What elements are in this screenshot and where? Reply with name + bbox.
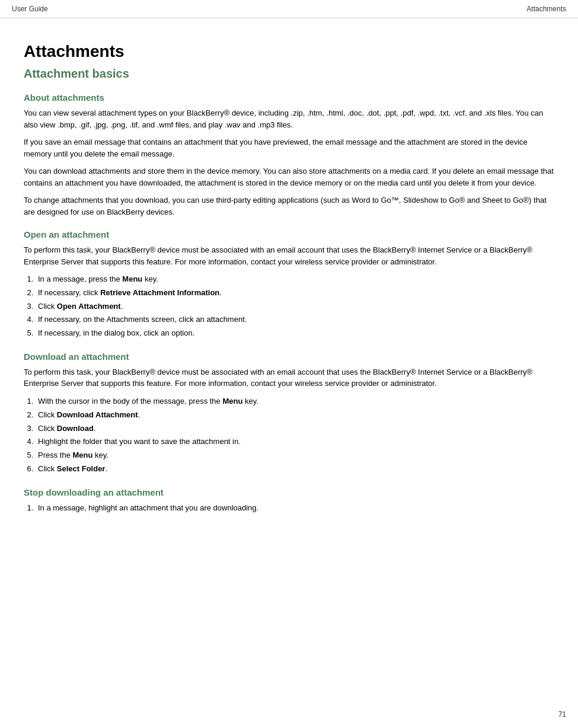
list-item: Click Download Attachment. [36, 409, 554, 422]
download-intro: To perform this task, your BlackBerry® d… [24, 366, 554, 389]
list-item: Click Select Folder. [36, 463, 554, 475]
bold-text: Open Attachment [57, 302, 121, 311]
list-item: Highlight the folder that you want to sa… [36, 436, 554, 448]
main-content: Attachments Attachment basics About atta… [0, 18, 578, 544]
list-item: In a message, press the Menu key. [36, 273, 554, 286]
bold-text: Menu [222, 397, 242, 405]
list-item: If necessary, in the dialog box, click a… [36, 327, 554, 340]
open-attachment-steps: In a message, press the Menu key. If nec… [36, 273, 554, 340]
subsection-title-open: Open an attachment [24, 229, 554, 240]
list-item: In a message, highlight an attachment th… [36, 502, 554, 515]
about-para-1: You can view several attachment types on… [24, 107, 554, 130]
list-item: With the cursor in the body of the messa… [36, 395, 554, 408]
bold-text: Menu [122, 274, 142, 283]
stop-download-steps: In a message, highlight an attachment th… [36, 502, 554, 515]
about-para-4: To change attachments that you download,… [24, 194, 554, 218]
section-title: Attachment basics [24, 67, 554, 81]
bold-text: Select Folder [57, 464, 106, 473]
subsection-title-download: Download an attachment [24, 352, 554, 362]
list-item: Click Download. [36, 423, 554, 435]
list-item: Click Open Attachment. [36, 301, 554, 313]
page-title: Attachments [24, 42, 554, 61]
bold-text: Download Attachment [57, 410, 138, 419]
header-left-label: User Guide [12, 5, 48, 13]
bold-text: Retrieve Attachment Information [100, 288, 219, 297]
header-right-label: Attachments [526, 5, 566, 13]
subsection-title-stop: Stop downloading an attachment [24, 487, 554, 497]
list-item: If necessary, on the Attachments screen,… [36, 314, 554, 326]
subsection-title-about: About attachments [24, 92, 554, 103]
download-attachment-steps: With the cursor in the body of the messa… [36, 395, 554, 475]
page-header: User Guide Attachments [0, 0, 578, 18]
bold-text: Menu [73, 451, 93, 459]
page-number: 71 [558, 710, 566, 719]
bold-text: Download [57, 424, 94, 433]
about-para-2: If you save an email message that contai… [24, 136, 554, 159]
open-intro: To perform this task, your BlackBerry® d… [24, 244, 554, 267]
list-item: If necessary, click Retrieve Attachment … [36, 287, 554, 299]
about-para-3: You can download attachments and store t… [24, 165, 554, 189]
list-item: Press the Menu key. [36, 449, 554, 462]
